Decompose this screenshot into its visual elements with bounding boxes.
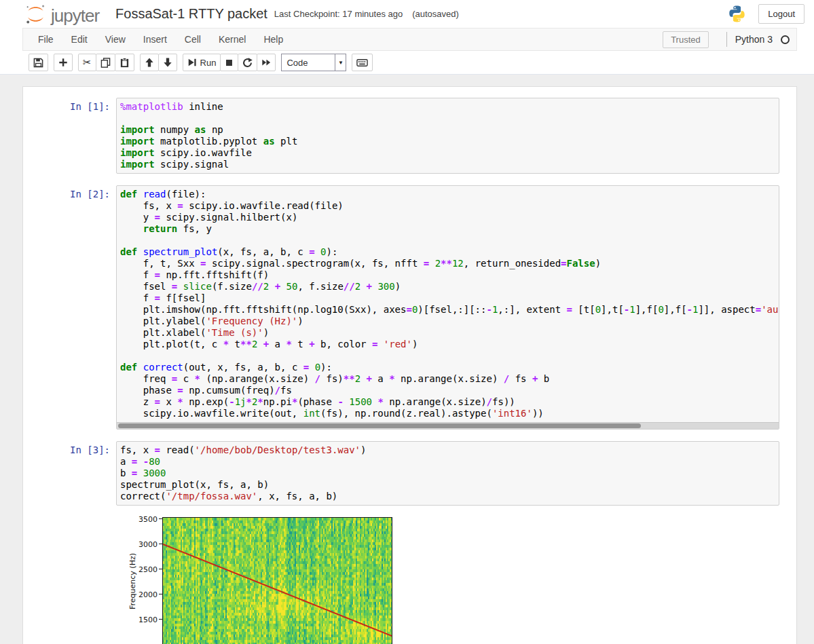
cells-list: In [1]:%matplotlib inline import numpy a… (23, 98, 779, 506)
notebook-container: In [1]:%matplotlib inline import numpy a… (22, 86, 797, 644)
menu-edit[interactable]: Edit (62, 29, 96, 50)
figure-ytick-labels: 35003000250020001500 (138, 517, 162, 644)
paste-cell-button[interactable] (115, 54, 134, 71)
menu-view[interactable]: View (96, 29, 134, 50)
ytick-label: 3500 (138, 515, 158, 524)
spectrogram-figure: Frequency (Hz) 35003000250020001500 (127, 517, 392, 644)
kernel-idle-indicator-icon (781, 35, 790, 44)
code-cell-2[interactable]: In [2]:def read(file): fs, x = scipy.io.… (23, 185, 779, 430)
save-button[interactable] (29, 54, 48, 71)
jupyter-brand-text: jupyter (51, 7, 99, 24)
jupyter-logo-icon (24, 4, 47, 24)
copy-cell-button[interactable] (96, 54, 115, 71)
menu-file[interactable]: File (29, 29, 62, 50)
code-cell-3[interactable]: In [3]:fs, x = read('/home/bob/Desktop/t… (23, 441, 779, 506)
python-logo-icon (728, 5, 746, 23)
kernel-name: Python 3 (735, 34, 773, 45)
run-icon (187, 58, 197, 67)
code-text: fs, x = read('/home/bob/Desktop/test3.wa… (117, 442, 779, 505)
input-prompt: In [1]: (23, 98, 116, 174)
cell-type-dropdown[interactable]: Code ▼ (281, 54, 346, 71)
menu-cell[interactable]: Cell (176, 29, 210, 50)
fast-forward-icon (261, 58, 271, 67)
keyboard-icon (356, 58, 368, 68)
kernel-separator (726, 32, 727, 47)
menu-items: FileEditViewInsertCellKernelHelp (29, 29, 292, 50)
cell-output-area: Frequency (Hz) 35003000250020001500 (23, 517, 779, 644)
code-editor[interactable]: %matplotlib inline import numpy as npimp… (116, 98, 779, 174)
scissors-icon: ✂ (83, 58, 92, 68)
restart-icon (242, 58, 253, 68)
arrow-down-icon (163, 58, 172, 67)
code-editor[interactable]: def read(file): fs, x = scipy.io.wavfile… (116, 185, 779, 430)
toolbar: ✂ Run (0, 51, 814, 75)
copy-icon (100, 58, 111, 68)
menu-kernel[interactable]: Kernel (210, 29, 255, 50)
paste-icon (119, 58, 130, 68)
save-icon (33, 58, 43, 68)
plus-icon (58, 58, 68, 67)
spectrogram-image (163, 518, 392, 644)
scrollbar-thumb[interactable] (118, 423, 641, 428)
menu-insert[interactable]: Insert (134, 29, 176, 50)
notebook-area: In [1]:%matplotlib inline import numpy a… (0, 86, 814, 644)
run-cell-button[interactable]: Run (183, 54, 221, 71)
horizontal-scrollbar[interactable] (117, 422, 779, 429)
add-cell-button[interactable] (54, 54, 73, 71)
input-prompt: In [3]: (23, 441, 116, 506)
stop-icon (225, 58, 234, 67)
move-cell-down-button[interactable] (158, 54, 177, 71)
ytick-label: 3000 (138, 540, 158, 549)
restart-kernel-button[interactable] (238, 54, 257, 71)
trusted-badge[interactable]: Trusted (663, 31, 709, 48)
logout-button[interactable]: Logout (758, 4, 804, 24)
run-button-label: Run (200, 58, 217, 68)
cell-type-value: Code (282, 58, 335, 68)
checkpoint-status: Last Checkpoint: 17 minutes ago (274, 9, 403, 19)
command-palette-button[interactable] (352, 54, 373, 71)
restart-run-all-button[interactable] (257, 54, 276, 71)
menu-help[interactable]: Help (255, 29, 292, 50)
notebook-header: jupyter FossaSat-1 RTTY packet Last Chec… (0, 0, 814, 28)
jupyter-logo[interactable]: jupyter (24, 4, 99, 24)
move-cell-up-button[interactable] (140, 54, 159, 71)
dropdown-arrow-icon: ▼ (335, 54, 346, 71)
figure-ylabel: Frequency (Hz) (128, 553, 137, 609)
autosave-status: (autosaved) (412, 9, 459, 19)
cut-cell-button[interactable]: ✂ (78, 54, 96, 71)
code-cell-1[interactable]: In [1]:%matplotlib inline import numpy a… (23, 98, 779, 174)
code-editor[interactable]: fs, x = read('/home/bob/Desktop/test3.wa… (116, 441, 779, 506)
notebook-title[interactable]: FossaSat-1 RTTY packet (115, 6, 267, 22)
interrupt-kernel-button[interactable] (220, 54, 238, 71)
input-prompt: In [2]: (23, 185, 116, 430)
arrow-up-icon (145, 58, 154, 67)
spectrogram-plot (162, 517, 392, 644)
code-text: def read(file): fs, x = scipy.io.wavfile… (117, 186, 779, 422)
menubar: FileEditViewInsertCellKernelHelp Trusted… (0, 28, 814, 51)
code-text: %matplotlib inline import numpy as npimp… (117, 98, 779, 173)
ytick-label: 1500 (138, 615, 158, 624)
output-prompt-spacer (23, 517, 116, 644)
ytick-label: 2000 (138, 590, 158, 599)
ytick-label: 2500 (138, 565, 158, 574)
